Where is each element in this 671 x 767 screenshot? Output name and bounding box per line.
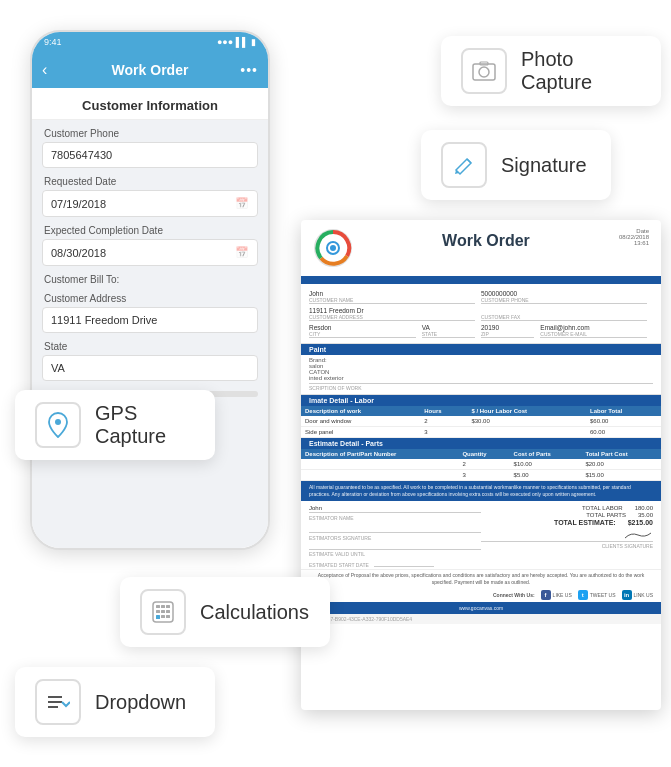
doc-labor-label: TOTAL LABOR: [582, 505, 623, 511]
completion-date-label: Expected Completion Date: [42, 225, 258, 236]
labor-rate-1: $30.00: [467, 416, 586, 427]
labor-col-hours: Hours: [420, 406, 467, 416]
doc-valid-until: [309, 544, 481, 550]
labor-col-rate: $ / Hour Labor Cost: [467, 406, 586, 416]
customer-phone-label: Customer Phone: [42, 128, 258, 139]
doc-parts-label: TOTAL PARTS: [586, 512, 626, 518]
doc-social-area: Connect With Us: f LIKE US t TWEET US in…: [301, 588, 661, 602]
doc-address-field: 11911 Freedom Dr CUSTOMER ADDRESS: [309, 307, 475, 322]
parts-col-cost: Cost of Parts: [510, 449, 582, 459]
labor-desc-2: Side panel: [301, 427, 420, 438]
requested-date-field: Requested Date 07/19/2018 📅: [42, 176, 258, 217]
doc-totals-section: John ESTIMATOR NAME ESTIMATORS SIGNATURE…: [301, 501, 661, 561]
doc-address-label: CUSTOMER ADDRESS: [309, 314, 475, 321]
phone-form: Customer Phone 7805647430 Requested Date…: [32, 120, 268, 425]
doc-customer-row-2: 11911 Freedom Dr CUSTOMER ADDRESS CUSTOM…: [309, 307, 653, 322]
doc-date-area: Date 08/22/2018 13:61: [619, 228, 649, 246]
facebook-icon: f: [541, 590, 551, 600]
parts-cost-1: $10.00: [510, 459, 582, 470]
doc-acceptance: Acceptance of Proposal the above prices,…: [301, 570, 661, 588]
state-input[interactable]: VA: [42, 355, 258, 381]
customer-address-label: Customer Address: [42, 293, 258, 304]
doc-fax-label: CUSTOMER FAX: [481, 314, 647, 321]
dropdown-icon: [46, 692, 70, 712]
nav-more[interactable]: •••: [240, 62, 258, 78]
status-time: 9:41: [44, 37, 62, 47]
doc-client-sig-label: CLIENTS SIGNATURE: [481, 543, 653, 549]
labor-desc-1: Door and window: [301, 416, 420, 427]
gps-capture-card[interactable]: GPS Capture: [15, 390, 215, 460]
twitter-label: TWEET US: [590, 592, 616, 598]
doc-city-label: CITY: [309, 331, 416, 338]
calculations-icon: [151, 600, 175, 624]
parts-qty-1: 2: [458, 459, 509, 470]
signature-card[interactable]: Signature: [421, 130, 611, 200]
doc-city: Resdon: [309, 324, 416, 331]
section-header: Customer Information: [32, 88, 268, 120]
doc-estimator-name: John: [309, 505, 481, 513]
signature-icon: [453, 154, 475, 176]
gps-icon-box: [35, 402, 81, 448]
doc-estimator-sig: [309, 525, 481, 533]
dropdown-card[interactable]: Dropdown: [15, 667, 215, 737]
parts-col-total: Total Part Cost: [581, 449, 661, 459]
dropdown-label: Dropdown: [95, 691, 186, 714]
labor-total-2: 60.00: [586, 427, 661, 438]
svg-rect-13: [166, 610, 170, 613]
signature-icon-box: [441, 142, 487, 188]
facebook-label: LIKE US: [553, 592, 572, 598]
doc-parts-total-row: TOTAL PARTS 35.00: [481, 512, 653, 518]
doc-estimator-label: ESTIMATOR NAME: [309, 515, 481, 521]
doc-state-field: VA STATE: [422, 324, 475, 339]
labor-row-1: Door and window 2 $30.00 $60.00: [301, 416, 661, 427]
phone-content: Customer Information Customer Phone 7805…: [32, 88, 268, 548]
photo-capture-icon-box: [461, 48, 507, 94]
parts-qty-2: 3: [458, 470, 509, 481]
labor-rate-2: [467, 427, 586, 438]
signature-label: Signature: [501, 154, 587, 177]
doc-labor-total-row: TOTAL LABOR 180.00: [481, 505, 653, 511]
doc-labor-table: Description of work Hours $ / Hour Labor…: [301, 406, 661, 438]
doc-email: Email@john.com: [540, 324, 647, 331]
doc-footer-bar: www.gocanvas.com: [301, 602, 661, 614]
phone-status-bar: 9:41 ●●● ▌▌ ▮: [32, 32, 268, 52]
doc-fax-field: CUSTOMER FAX: [481, 307, 647, 322]
back-button[interactable]: ‹: [42, 61, 47, 79]
status-icons: ●●● ▌▌ ▮: [217, 37, 256, 47]
doc-customer-name-field: John CUSTOMER NAME: [309, 290, 475, 305]
doc-client-sig-area: CLIENTS SIGNATURE: [481, 530, 653, 549]
customer-phone-input[interactable]: 7805647430: [42, 142, 258, 168]
svg-point-1: [479, 67, 489, 77]
doc-customer-row-3: Resdon CITY VA STATE 20190 ZIP Email@joh…: [309, 324, 653, 339]
doc-connect-label: Connect With Us:: [493, 592, 535, 598]
state-label: State: [42, 341, 258, 352]
doc-state: VA: [422, 324, 475, 331]
doc-linkedin: in LINK US: [622, 590, 653, 600]
doc-estimator-sig-label: ESTIMATORS SIGNATURE: [309, 535, 481, 541]
photo-capture-label: Photo Capture: [521, 48, 641, 94]
svg-point-6: [330, 245, 336, 251]
customer-address-input[interactable]: 11911 Freedom Drive: [42, 307, 258, 333]
parts-col-qty: Quantity: [458, 449, 509, 459]
requested-date-label: Requested Date: [42, 176, 258, 187]
doc-estimate-total-row: TOTAL ESTIMATE: $215.00: [481, 519, 653, 526]
calculations-card[interactable]: Calculations: [120, 577, 330, 647]
gps-capture-icon: [47, 412, 69, 438]
requested-date-input[interactable]: 07/19/2018 📅: [42, 190, 258, 217]
completion-date-input[interactable]: 08/30/2018 📅: [42, 239, 258, 266]
parts-cost-2: $5.00: [510, 470, 582, 481]
photo-capture-icon: [472, 61, 496, 81]
doc-state-label: STATE: [422, 331, 475, 338]
doc-email-label: CUSTOMER E-MAIL: [540, 331, 647, 338]
doc-client-sig: [481, 530, 653, 542]
doc-blue-bar-top: [301, 276, 661, 284]
bill-to-header: Customer Bill To:: [42, 274, 258, 285]
customer-phone-field: Customer Phone 7805647430: [42, 128, 258, 168]
labor-row-2: Side panel 3 60.00: [301, 427, 661, 438]
calendar-icon-2: 📅: [235, 246, 249, 259]
photo-capture-card[interactable]: Photo Capture: [441, 36, 661, 106]
doc-time-value: 13:61: [619, 240, 649, 246]
doc-labor-header: Imate Detail - Labor: [301, 395, 661, 406]
svg-point-3: [55, 419, 61, 425]
doc-title: Work Order: [353, 232, 619, 250]
